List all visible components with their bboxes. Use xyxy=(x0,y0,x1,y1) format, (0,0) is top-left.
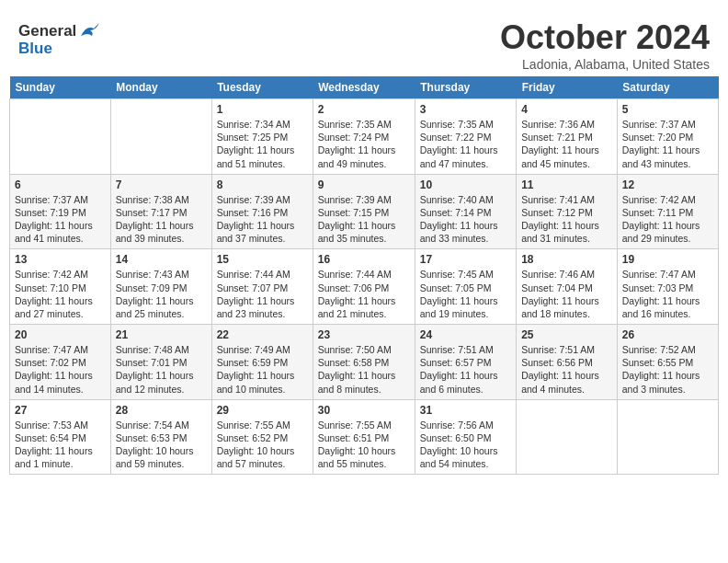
calendar-cell xyxy=(110,99,211,175)
calendar-header-row: SundayMondayTuesdayWednesdayThursdayFrid… xyxy=(10,76,719,99)
col-header-sunday: Sunday xyxy=(10,76,111,99)
calendar-cell: 6Sunrise: 7:37 AMSunset: 7:19 PMDaylight… xyxy=(10,174,111,249)
day-info: Sunrise: 7:35 AMSunset: 7:24 PMDaylight:… xyxy=(318,118,410,170)
day-number: 26 xyxy=(622,328,713,341)
location: Ladonia, Alabama, United States xyxy=(500,57,710,72)
day-info: Sunrise: 7:52 AMSunset: 6:55 PMDaylight:… xyxy=(622,343,713,396)
calendar-cell: 11Sunrise: 7:41 AMSunset: 7:12 PMDayligh… xyxy=(517,174,618,249)
calendar-cell xyxy=(10,99,111,175)
day-number: 10 xyxy=(420,178,511,191)
day-number: 14 xyxy=(116,253,207,266)
day-info: Sunrise: 7:49 AMSunset: 6:59 PMDaylight:… xyxy=(217,343,308,396)
col-header-wednesday: Wednesday xyxy=(313,76,415,99)
calendar-week-row: 13Sunrise: 7:42 AMSunset: 7:10 PMDayligh… xyxy=(10,249,719,325)
day-number: 12 xyxy=(622,178,713,191)
day-number: 19 xyxy=(622,253,713,266)
day-number: 28 xyxy=(116,404,207,417)
day-number: 6 xyxy=(15,178,106,191)
day-number: 18 xyxy=(521,253,612,266)
day-info: Sunrise: 7:56 AMSunset: 6:50 PMDaylight:… xyxy=(420,419,511,471)
calendar-cell: 29Sunrise: 7:55 AMSunset: 6:52 PMDayligh… xyxy=(211,399,313,475)
day-info: Sunrise: 7:50 AMSunset: 6:58 PMDaylight:… xyxy=(318,343,410,396)
day-info: Sunrise: 7:48 AMSunset: 7:01 PMDaylight:… xyxy=(116,343,207,396)
day-number: 30 xyxy=(318,404,410,417)
calendar-cell: 2Sunrise: 7:35 AMSunset: 7:24 PMDaylight… xyxy=(313,99,415,175)
logo: General Blue xyxy=(18,18,99,57)
day-info: Sunrise: 7:41 AMSunset: 7:12 PMDaylight:… xyxy=(521,193,612,246)
day-info: Sunrise: 7:47 AMSunset: 7:03 PMDaylight:… xyxy=(622,268,713,320)
col-header-friday: Friday xyxy=(517,76,618,99)
day-number: 8 xyxy=(217,178,308,191)
day-number: 5 xyxy=(622,103,713,116)
header: General Blue October 2024 Ladonia, Alaba… xyxy=(9,9,719,76)
calendar-cell: 18Sunrise: 7:46 AMSunset: 7:04 PMDayligh… xyxy=(517,249,618,325)
day-number: 21 xyxy=(116,328,207,341)
day-number: 29 xyxy=(217,404,308,417)
day-info: Sunrise: 7:47 AMSunset: 7:02 PMDaylight:… xyxy=(15,343,106,396)
day-number: 20 xyxy=(15,328,106,341)
calendar-cell: 10Sunrise: 7:40 AMSunset: 7:14 PMDayligh… xyxy=(415,174,516,249)
day-info: Sunrise: 7:39 AMSunset: 7:15 PMDaylight:… xyxy=(318,193,410,246)
calendar-cell: 3Sunrise: 7:35 AMSunset: 7:22 PMDaylight… xyxy=(415,99,516,175)
day-info: Sunrise: 7:37 AMSunset: 7:19 PMDaylight:… xyxy=(15,193,106,246)
day-info: Sunrise: 7:55 AMSunset: 6:52 PMDaylight:… xyxy=(217,419,308,471)
day-info: Sunrise: 7:44 AMSunset: 7:06 PMDaylight:… xyxy=(318,268,410,320)
calendar-cell: 4Sunrise: 7:36 AMSunset: 7:21 PMDaylight… xyxy=(517,99,618,175)
calendar-cell: 25Sunrise: 7:51 AMSunset: 6:56 PMDayligh… xyxy=(517,325,618,400)
day-number: 4 xyxy=(521,103,612,116)
calendar-cell: 28Sunrise: 7:54 AMSunset: 6:53 PMDayligh… xyxy=(110,399,211,475)
calendar-cell: 21Sunrise: 7:48 AMSunset: 7:01 PMDayligh… xyxy=(110,325,211,400)
day-number: 27 xyxy=(15,404,106,417)
calendar-cell: 30Sunrise: 7:55 AMSunset: 6:51 PMDayligh… xyxy=(313,399,415,475)
calendar-cell: 1Sunrise: 7:34 AMSunset: 7:25 PMDaylight… xyxy=(211,99,313,175)
calendar-cell: 8Sunrise: 7:39 AMSunset: 7:16 PMDaylight… xyxy=(211,174,313,249)
day-number: 24 xyxy=(420,328,511,341)
day-info: Sunrise: 7:43 AMSunset: 7:09 PMDaylight:… xyxy=(116,268,207,320)
day-info: Sunrise: 7:53 AMSunset: 6:54 PMDaylight:… xyxy=(15,419,106,471)
calendar-cell: 24Sunrise: 7:51 AMSunset: 6:57 PMDayligh… xyxy=(415,325,516,400)
day-info: Sunrise: 7:45 AMSunset: 7:05 PMDaylight:… xyxy=(420,268,511,320)
calendar-cell: 26Sunrise: 7:52 AMSunset: 6:55 PMDayligh… xyxy=(617,325,718,400)
calendar-cell: 14Sunrise: 7:43 AMSunset: 7:09 PMDayligh… xyxy=(110,249,211,325)
col-header-tuesday: Tuesday xyxy=(211,76,313,99)
day-info: Sunrise: 7:51 AMSunset: 6:56 PMDaylight:… xyxy=(521,343,612,396)
calendar-week-row: 6Sunrise: 7:37 AMSunset: 7:19 PMDaylight… xyxy=(10,174,719,249)
day-number: 1 xyxy=(217,103,308,116)
day-number: 15 xyxy=(217,253,308,266)
col-header-monday: Monday xyxy=(110,76,211,99)
title-block: October 2024 Ladonia, Alabama, United St… xyxy=(500,18,710,72)
day-number: 9 xyxy=(318,178,410,191)
day-number: 23 xyxy=(318,328,410,341)
calendar-cell: 17Sunrise: 7:45 AMSunset: 7:05 PMDayligh… xyxy=(415,249,516,325)
day-info: Sunrise: 7:38 AMSunset: 7:17 PMDaylight:… xyxy=(116,193,207,246)
day-number: 13 xyxy=(15,253,106,266)
calendar-cell: 7Sunrise: 7:38 AMSunset: 7:17 PMDaylight… xyxy=(110,174,211,249)
day-info: Sunrise: 7:44 AMSunset: 7:07 PMDaylight:… xyxy=(217,268,308,320)
calendar-cell: 20Sunrise: 7:47 AMSunset: 7:02 PMDayligh… xyxy=(10,325,111,400)
calendar-cell: 27Sunrise: 7:53 AMSunset: 6:54 PMDayligh… xyxy=(10,399,111,475)
day-number: 2 xyxy=(318,103,410,116)
calendar-cell: 15Sunrise: 7:44 AMSunset: 7:07 PMDayligh… xyxy=(211,249,313,325)
col-header-thursday: Thursday xyxy=(415,76,516,99)
calendar-week-row: 20Sunrise: 7:47 AMSunset: 7:02 PMDayligh… xyxy=(10,325,719,400)
logo-general: General xyxy=(18,23,76,40)
day-number: 25 xyxy=(521,328,612,341)
calendar-cell xyxy=(517,399,618,475)
day-info: Sunrise: 7:36 AMSunset: 7:21 PMDaylight:… xyxy=(521,118,612,170)
day-info: Sunrise: 7:42 AMSunset: 7:10 PMDaylight:… xyxy=(15,268,106,320)
day-info: Sunrise: 7:46 AMSunset: 7:04 PMDaylight:… xyxy=(521,268,612,320)
calendar-cell: 13Sunrise: 7:42 AMSunset: 7:10 PMDayligh… xyxy=(10,249,111,325)
calendar-cell: 9Sunrise: 7:39 AMSunset: 7:15 PMDaylight… xyxy=(313,174,415,249)
day-number: 16 xyxy=(318,253,410,266)
logo-blue: Blue xyxy=(18,40,99,58)
month-title: October 2024 xyxy=(500,18,710,57)
calendar-week-row: 27Sunrise: 7:53 AMSunset: 6:54 PMDayligh… xyxy=(10,399,719,475)
calendar-cell: 19Sunrise: 7:47 AMSunset: 7:03 PMDayligh… xyxy=(617,249,718,325)
calendar-week-row: 1Sunrise: 7:34 AMSunset: 7:25 PMDaylight… xyxy=(10,99,719,175)
day-info: Sunrise: 7:55 AMSunset: 6:51 PMDaylight:… xyxy=(318,419,410,471)
day-number: 17 xyxy=(420,253,511,266)
day-info: Sunrise: 7:34 AMSunset: 7:25 PMDaylight:… xyxy=(217,118,308,170)
day-info: Sunrise: 7:35 AMSunset: 7:22 PMDaylight:… xyxy=(420,118,511,170)
day-number: 7 xyxy=(116,178,207,191)
day-info: Sunrise: 7:40 AMSunset: 7:14 PMDaylight:… xyxy=(420,193,511,246)
